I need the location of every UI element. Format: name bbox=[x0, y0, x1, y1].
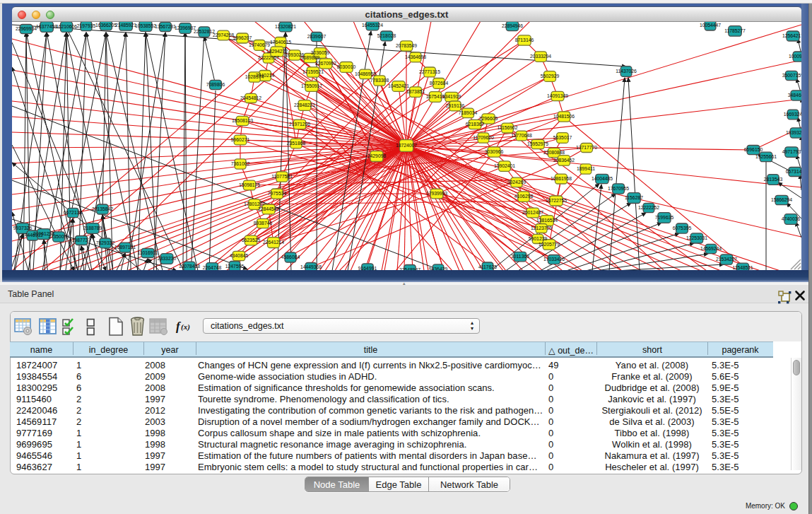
svg-text:22135842: 22135842 bbox=[92, 206, 113, 211]
svg-text:18508103: 18508103 bbox=[232, 118, 253, 123]
svg-text:14091349: 14091349 bbox=[547, 93, 568, 98]
svg-text:2813543: 2813543 bbox=[764, 177, 783, 182]
svg-text:21971296: 21971296 bbox=[289, 122, 310, 127]
svg-text:20836452: 20836452 bbox=[553, 158, 575, 163]
svg-text:12320821: 12320821 bbox=[275, 24, 296, 29]
svg-text:16377459: 16377459 bbox=[36, 24, 57, 29]
svg-text:8713146: 8713146 bbox=[515, 37, 534, 42]
svg-text:10452421: 10452421 bbox=[388, 83, 409, 88]
svg-text:17033426: 17033426 bbox=[543, 257, 565, 262]
svg-text:3036059: 3036059 bbox=[311, 50, 330, 55]
svg-text:14364698: 14364698 bbox=[405, 54, 426, 59]
svg-text:21534287: 21534287 bbox=[716, 257, 737, 262]
svg-text:18724007: 18724007 bbox=[396, 143, 417, 148]
svg-text:16210606: 16210606 bbox=[56, 24, 77, 29]
svg-text:22848221: 22848221 bbox=[294, 103, 315, 107]
svg-text:17550917: 17550917 bbox=[301, 83, 322, 88]
svg-text:15952975: 15952975 bbox=[527, 141, 548, 146]
svg-text:11437026: 11437026 bbox=[616, 69, 637, 74]
svg-text:11548511: 11548511 bbox=[732, 265, 753, 270]
svg-text:12222252: 12222252 bbox=[638, 205, 659, 210]
svg-text:13567281: 13567281 bbox=[155, 24, 176, 29]
svg-text:12253031: 12253031 bbox=[686, 235, 707, 240]
svg-text:7829332: 7829332 bbox=[96, 240, 115, 245]
svg-text:14004485: 14004485 bbox=[592, 176, 613, 181]
svg-text:2188789: 2188789 bbox=[83, 226, 102, 230]
svg-text:21485921: 21485921 bbox=[115, 23, 136, 28]
svg-text:10481506: 10481506 bbox=[553, 114, 575, 119]
svg-text:2833230: 2833230 bbox=[158, 256, 177, 261]
svg-text:5901239: 5901239 bbox=[529, 236, 548, 241]
svg-text:4586084: 4586084 bbox=[281, 255, 300, 259]
svg-text:22222957: 22222957 bbox=[258, 55, 279, 60]
svg-text:7783308: 7783308 bbox=[370, 78, 389, 83]
svg-text:20012487: 20012487 bbox=[522, 210, 543, 215]
svg-text:2919136: 2919136 bbox=[446, 103, 465, 108]
svg-text:3030966: 3030966 bbox=[485, 149, 504, 154]
svg-text:8030010: 8030010 bbox=[337, 64, 356, 69]
svg-text:16722755: 16722755 bbox=[546, 198, 567, 203]
svg-text:1899411: 1899411 bbox=[577, 166, 595, 171]
svg-text:2429098: 2429098 bbox=[367, 153, 387, 158]
svg-text:7296605: 7296605 bbox=[479, 116, 498, 121]
svg-text:16366205: 16366205 bbox=[95, 23, 117, 28]
svg-text:9996207: 9996207 bbox=[233, 35, 252, 40]
svg-text:15902401: 15902401 bbox=[494, 163, 515, 168]
svg-text:14449368: 14449368 bbox=[300, 264, 322, 269]
svg-text:22974268: 22974268 bbox=[213, 33, 234, 37]
svg-text:11077581: 11077581 bbox=[271, 174, 293, 179]
svg-text:19740679: 19740679 bbox=[249, 42, 270, 47]
svg-text:5218028: 5218028 bbox=[377, 33, 396, 38]
svg-text:17801207: 17801207 bbox=[244, 201, 265, 206]
svg-text:17159521: 17159521 bbox=[302, 69, 324, 74]
svg-text:5502929: 5502929 bbox=[541, 74, 560, 78]
svg-text:22641214: 22641214 bbox=[263, 240, 284, 245]
svg-text:19393286: 19393286 bbox=[786, 130, 801, 135]
svg-text:22894946: 22894946 bbox=[502, 23, 523, 28]
svg-text:8938746: 8938746 bbox=[254, 221, 273, 226]
svg-text:3011363: 3011363 bbox=[511, 254, 529, 259]
svg-text:12396987: 12396987 bbox=[175, 25, 196, 30]
svg-text:22548947: 22548947 bbox=[399, 267, 420, 270]
svg-text:13078418: 13078418 bbox=[179, 264, 200, 269]
svg-text:7975534: 7975534 bbox=[268, 191, 287, 196]
svg-text:4340845: 4340845 bbox=[230, 253, 249, 258]
svg-text:10205779: 10205779 bbox=[539, 242, 560, 247]
svg-text:19255661: 19255661 bbox=[755, 154, 777, 159]
svg-text:9689889: 9689889 bbox=[301, 55, 320, 60]
svg-text:6218367: 6218367 bbox=[466, 122, 485, 127]
svg-text:6623525: 6623525 bbox=[242, 238, 261, 243]
svg-text:6075395: 6075395 bbox=[673, 226, 692, 230]
svg-text:20783549: 20783549 bbox=[396, 43, 417, 48]
svg-text:10486955: 10486955 bbox=[355, 71, 376, 76]
svg-text:16455324: 16455324 bbox=[362, 23, 383, 28]
svg-text:6573147: 6573147 bbox=[786, 169, 801, 174]
svg-text:(x): (x) bbox=[181, 322, 190, 332]
svg-text:11156902: 11156902 bbox=[497, 125, 517, 130]
svg-text:17640615: 17640615 bbox=[270, 40, 291, 45]
svg-text:11016911: 11016911 bbox=[137, 250, 158, 255]
svg-text:2197935: 2197935 bbox=[77, 23, 96, 28]
svg-text:9164991: 9164991 bbox=[358, 266, 377, 270]
svg-text:10054447: 10054447 bbox=[700, 23, 721, 28]
svg-text:16897151: 16897151 bbox=[114, 245, 136, 250]
svg-text:20333294: 20333294 bbox=[530, 54, 551, 59]
svg-text:1247595: 1247595 bbox=[225, 264, 245, 269]
svg-text:4740036: 4740036 bbox=[782, 216, 801, 221]
svg-text:14569244: 14569244 bbox=[700, 246, 722, 251]
svg-text:1669324: 1669324 bbox=[784, 112, 801, 117]
svg-text:10009594: 10009594 bbox=[789, 54, 801, 59]
svg-text:4106298: 4106298 bbox=[514, 194, 534, 199]
svg-text:10538552: 10538552 bbox=[135, 23, 156, 28]
svg-text:1028374: 1028374 bbox=[245, 74, 264, 79]
svg-text:1341919: 1341919 bbox=[442, 94, 461, 99]
svg-text:2264748: 2264748 bbox=[203, 265, 222, 270]
svg-text:11709620: 11709620 bbox=[473, 135, 494, 140]
svg-text:18294272: 18294272 bbox=[266, 49, 288, 54]
svg-text:1873851: 1873851 bbox=[406, 89, 425, 94]
svg-text:4117625: 4117625 bbox=[478, 264, 497, 269]
svg-text:5960271: 5960271 bbox=[231, 137, 250, 142]
svg-text:12123709: 12123709 bbox=[531, 226, 552, 230]
svg-text:22844545: 22844545 bbox=[258, 206, 279, 211]
svg-text:6672134: 6672134 bbox=[64, 210, 83, 215]
